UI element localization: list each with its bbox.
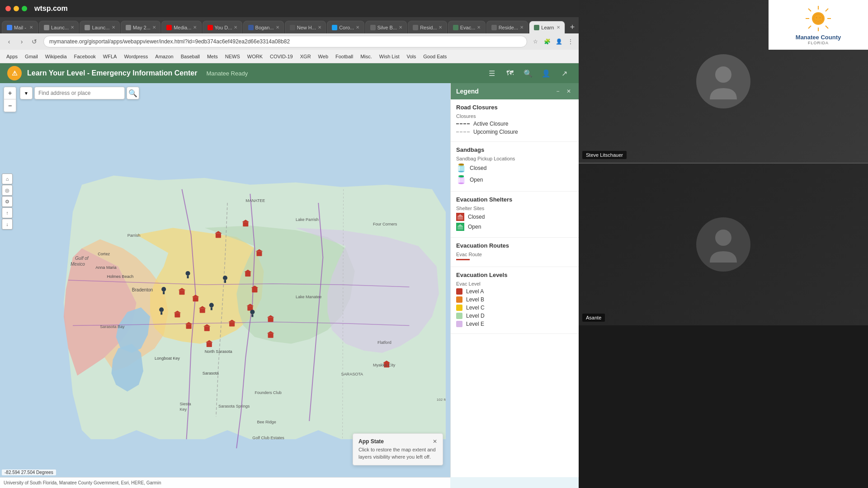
- svg-text:Parrish: Parrish: [127, 233, 141, 238]
- svg-rect-15: [268, 333, 274, 338]
- app-state-close-button[interactable]: ✕: [433, 438, 437, 445]
- zoom-in-button[interactable]: +: [4, 87, 16, 99]
- app-header-right: ☰ 🗺 🔍 👤 ↗: [485, 66, 571, 80]
- close-tab-launch1[interactable]: ✕: [71, 25, 74, 30]
- manatee-logo: Manatee County FLORIDA: [769, 0, 868, 50]
- search-submit-button[interactable]: 🔍: [127, 87, 139, 99]
- layers-icon[interactable]: ☰: [485, 66, 499, 80]
- nav-down-button[interactable]: ↓: [2, 219, 13, 230]
- nav-up-button[interactable]: ↑: [2, 207, 13, 218]
- map-svg: Gulf of Mexico Anna Maria Holmes Beach B…: [0, 83, 450, 477]
- tab-mail[interactable]: Mail - ✕: [2, 21, 38, 33]
- bookmark-work[interactable]: WORK: [245, 53, 265, 60]
- svg-text:Mexico: Mexico: [71, 262, 85, 267]
- bookmark-covid[interactable]: COVID-19: [267, 53, 296, 60]
- legend-evacuation-levels: Evacuation Levels Evac Level Level A Lev…: [451, 267, 579, 334]
- bookmark-web[interactable]: Web: [316, 53, 331, 60]
- legend-panel: Legend − ✕ Road Closures Closures Active…: [450, 83, 579, 477]
- svg-text:Holmes Beach: Holmes Beach: [107, 274, 133, 279]
- close-tab-learn[interactable]: ✕: [557, 25, 560, 30]
- tab-may[interactable]: May 2... ✕: [121, 21, 160, 33]
- legend-minimize-button[interactable]: −: [553, 87, 562, 96]
- close-tab-evac[interactable]: ✕: [477, 25, 481, 30]
- search-dropdown-button[interactable]: ▼: [20, 87, 33, 99]
- bookmark-wishlist[interactable]: Vols: [404, 53, 419, 60]
- bookmark-goodeats[interactable]: [451, 56, 457, 57]
- close-tab-youd[interactable]: ✕: [234, 25, 237, 30]
- close-tab-may[interactable]: ✕: [152, 25, 156, 30]
- svg-rect-1: [243, 222, 248, 226]
- profile-icon[interactable]: 👤: [554, 37, 563, 46]
- svg-rect-21: [193, 297, 198, 301]
- reload-button[interactable]: ↺: [29, 36, 40, 47]
- bookmark-amazon[interactable]: Amazon: [152, 53, 176, 60]
- fullscreen-button[interactable]: [22, 6, 27, 11]
- app-state-tooltip[interactable]: App State ✕ Click to restore the map ext…: [353, 433, 443, 465]
- close-tab-launch2[interactable]: ✕: [112, 25, 115, 30]
- svg-rect-5: [256, 252, 262, 256]
- tab-media[interactable]: Media... ✕: [161, 21, 201, 33]
- bookmark-mets[interactable]: Mets: [204, 53, 221, 60]
- extensions-icon[interactable]: 🧩: [542, 37, 552, 46]
- close-tab-resid1[interactable]: ✕: [439, 25, 442, 30]
- close-tab-media[interactable]: ✕: [193, 25, 197, 30]
- svg-text:Sarasota Springs: Sarasota Springs: [218, 404, 250, 408]
- back-button[interactable]: ‹: [4, 36, 14, 47]
- home-tool-button[interactable]: ⌂: [2, 174, 13, 184]
- bookmark-star-icon[interactable]: ☆: [531, 37, 540, 46]
- svg-marker-73: [458, 214, 463, 216]
- svg-text:Golf Club Estates: Golf Club Estates: [252, 436, 284, 440]
- url-bar[interactable]: mymanatee.org/gisportal/apps/webappviewe…: [43, 36, 527, 47]
- tab-evac[interactable]: Evac... ✕: [448, 21, 486, 33]
- tab-coron[interactable]: Coro... ✕: [327, 21, 364, 33]
- close-tab-mail[interactable]: ✕: [29, 25, 33, 30]
- bookmark-news[interactable]: NEWS: [222, 53, 243, 60]
- bookmark-football[interactable]: Misc.: [358, 53, 375, 60]
- user-icon[interactable]: 👤: [539, 66, 553, 80]
- legend-close-button[interactable]: ✕: [564, 87, 573, 96]
- bookmark-xgr[interactable]: XGR: [297, 53, 314, 60]
- basemap-icon[interactable]: 🗺: [503, 66, 517, 80]
- close-tab-newh[interactable]: ✕: [318, 25, 321, 30]
- search-input[interactable]: [34, 87, 125, 99]
- coordinates-display: -82.594 27.504 Degrees: [2, 469, 56, 475]
- tab-silve[interactable]: Silve B... ✕: [365, 21, 407, 33]
- evac-d-label: Level D: [466, 313, 485, 319]
- zoom-out-button[interactable]: −: [4, 99, 16, 112]
- tab-bar: Mail - ✕ Launc... ✕ Launc... ✕ May 2... …: [0, 17, 579, 33]
- tab-newh[interactable]: New H... ✕: [285, 21, 326, 33]
- tab-bogan[interactable]: Bogan... ✕: [243, 21, 284, 33]
- close-tab-silve[interactable]: ✕: [399, 25, 402, 30]
- bookmark-vols[interactable]: Good Eats: [420, 53, 449, 60]
- new-tab-button[interactable]: +: [566, 21, 579, 33]
- share-icon[interactable]: ↗: [557, 66, 571, 80]
- bookmark-wfla[interactable]: WFLA: [100, 53, 120, 60]
- svg-text:SARASOTA: SARASOTA: [341, 372, 364, 376]
- map-area[interactable]: Gulf of Mexico Anna Maria Holmes Beach B…: [0, 83, 450, 477]
- close-tab-resid2[interactable]: ✕: [520, 25, 524, 30]
- forward-button[interactable]: ›: [16, 36, 27, 47]
- close-tab-coron[interactable]: ✕: [356, 25, 359, 30]
- tab-resid2[interactable]: Reside... ✕: [486, 21, 528, 33]
- bookmark-andrew[interactable]: Football: [333, 53, 356, 60]
- bookmark-wikipedia[interactable]: Wikipedia: [42, 53, 70, 60]
- close-tab-bogan[interactable]: ✕: [276, 25, 279, 30]
- bookmark-apps[interactable]: Apps: [4, 53, 20, 60]
- bookmark-misc[interactable]: Wish List: [377, 53, 402, 60]
- tab-launch1[interactable]: Launc... ✕: [39, 21, 79, 33]
- minimize-button[interactable]: [14, 6, 19, 11]
- tab-launch2[interactable]: Launc... ✕: [80, 21, 119, 33]
- menu-icon[interactable]: ⋮: [566, 37, 575, 46]
- evac-d-color: [456, 313, 462, 319]
- tab-youd[interactable]: You D... ✕: [203, 21, 242, 33]
- bookmark-gmail[interactable]: Gmail: [22, 53, 41, 60]
- filter-tool-button[interactable]: ⚙: [2, 196, 13, 207]
- close-button[interactable]: [5, 6, 11, 11]
- bookmark-facebook[interactable]: Facebook: [71, 53, 99, 60]
- bookmark-baseball[interactable]: Baseball: [178, 53, 203, 60]
- locate-tool-button[interactable]: ◎: [2, 185, 13, 196]
- search-header-icon[interactable]: 🔍: [521, 66, 535, 80]
- bookmark-wordpress[interactable]: Wordpress: [121, 53, 151, 60]
- tab-learn[interactable]: Learn ✕: [529, 21, 565, 33]
- tab-resid1[interactable]: Resid... ✕: [408, 21, 447, 33]
